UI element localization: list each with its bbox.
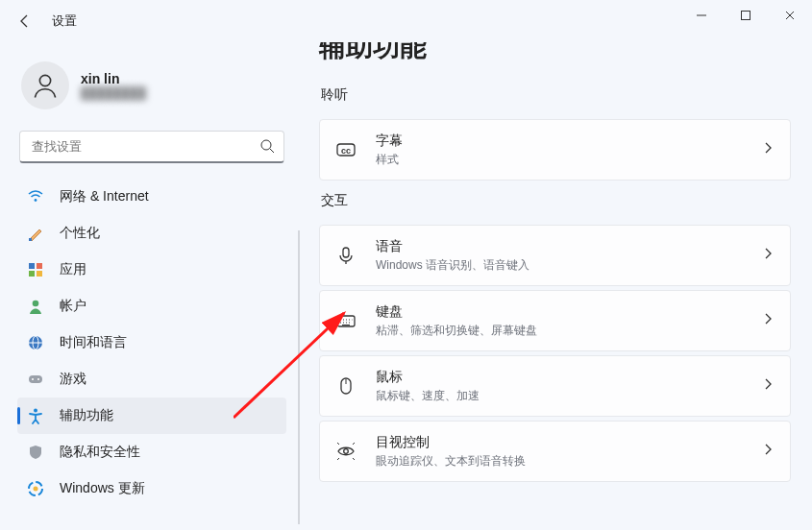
titlebar: 设置 (0, 0, 812, 42)
nav-gaming[interactable]: 游戏 (17, 361, 286, 398)
nav-label: 隐私和安全性 (60, 444, 140, 461)
svg-text:cc: cc (341, 146, 351, 156)
nav-label: 游戏 (60, 371, 86, 388)
card-eye-control[interactable]: 目视控制 眼动追踪仪、文本到语音转换 (319, 421, 791, 482)
svg-rect-8 (37, 271, 42, 277)
person-icon (27, 298, 44, 315)
window-controls (679, 0, 812, 31)
card-title: 字幕 (376, 132, 761, 150)
card-title: 键盘 (376, 303, 761, 321)
user-sub: ████████ (81, 86, 146, 100)
settings-window: 设置 xin lin ████████ (0, 0, 812, 530)
shield-icon (27, 444, 44, 461)
svg-point-3 (35, 199, 37, 202)
mouse-icon (335, 375, 357, 397)
svg-rect-5 (29, 263, 35, 269)
scroll-indicator[interactable] (298, 230, 300, 524)
svg-rect-0 (742, 12, 750, 20)
chevron-right-icon (761, 247, 775, 264)
card-title: 目视控制 (376, 434, 761, 451)
section-interaction: 交互 (321, 192, 789, 209)
svg-rect-20 (343, 248, 349, 257)
svg-point-23 (344, 449, 349, 454)
accessibility-icon (27, 407, 44, 424)
svg-rect-4 (29, 238, 32, 241)
maximize-button[interactable] (724, 0, 768, 31)
search-icon (259, 138, 275, 157)
card-sub: 鼠标键、速度、加速 (376, 388, 761, 404)
card-sub: Windows 语音识别、语音键入 (376, 257, 761, 274)
card-mouse[interactable]: 鼠标 鼠标键、速度、加速 (319, 355, 791, 417)
nav-time-language[interactable]: 时间和语言 (17, 325, 286, 361)
sidebar: xin lin ████████ 网络 & Internet (0, 42, 300, 530)
microphone-icon (335, 245, 357, 266)
chevron-right-icon (761, 141, 775, 158)
avatar (21, 61, 69, 109)
windows-update-icon (27, 480, 44, 497)
nav-label: 帐户 (60, 298, 86, 315)
captions-icon: cc (335, 139, 357, 160)
svg-point-17 (34, 487, 38, 492)
eye-control-icon (335, 441, 357, 462)
globe-icon (27, 334, 44, 351)
keyboard-icon (335, 310, 357, 331)
svg-point-13 (32, 378, 34, 380)
chevron-right-icon (761, 312, 775, 329)
svg-point-2 (261, 140, 271, 150)
page-title: 辅助功能 (319, 42, 791, 65)
svg-point-15 (34, 409, 37, 413)
nav-label: 时间和语言 (60, 334, 127, 351)
nav-update[interactable]: Windows 更新 (17, 470, 286, 507)
svg-rect-7 (29, 271, 35, 277)
back-button[interactable] (6, 2, 44, 40)
chevron-right-icon (761, 443, 775, 460)
svg-point-1 (39, 75, 50, 85)
card-sub: 眼动追踪仪、文本到语音转换 (376, 453, 761, 470)
nav-privacy[interactable]: 隐私和安全性 (17, 434, 286, 470)
gamepad-icon (27, 371, 44, 388)
wifi-icon (27, 188, 44, 205)
card-keyboard[interactable]: 键盘 粘滞、筛选和切换键、屏幕键盘 (319, 290, 791, 351)
nav-label: 个性化 (60, 225, 100, 242)
nav-label: 应用 (60, 261, 86, 278)
apps-icon (27, 261, 44, 278)
user-block[interactable]: xin lin ████████ (17, 42, 286, 131)
svg-rect-6 (37, 263, 42, 269)
nav-personalization[interactable]: 个性化 (17, 215, 286, 252)
minimize-button[interactable] (679, 0, 724, 31)
svg-rect-12 (29, 375, 42, 383)
window-title: 设置 (52, 12, 77, 30)
brush-icon (27, 225, 44, 242)
main: 辅助功能 聆听 cc 字幕 样式 交互 (300, 42, 812, 530)
nav-apps[interactable]: 应用 (17, 252, 286, 288)
nav-accounts[interactable]: 帐户 (17, 288, 286, 325)
search-box[interactable] (19, 131, 284, 163)
card-captions[interactable]: cc 字幕 样式 (319, 119, 791, 181)
card-title: 语音 (376, 238, 761, 255)
card-sub: 样式 (376, 152, 761, 168)
card-sub: 粘滞、筛选和切换键、屏幕键盘 (376, 323, 761, 339)
close-button[interactable] (768, 0, 812, 31)
svg-point-9 (33, 301, 39, 307)
layout: xin lin ████████ 网络 & Internet (0, 42, 812, 530)
nav-label: Windows 更新 (60, 480, 145, 497)
nav-network[interactable]: 网络 & Internet (17, 179, 286, 215)
nav-label: 网络 & Internet (60, 188, 149, 205)
svg-point-14 (37, 378, 39, 380)
card-speech[interactable]: 语音 Windows 语音识别、语音键入 (319, 225, 791, 286)
nav-accessibility[interactable]: 辅助功能 (17, 398, 286, 434)
card-title: 鼠标 (376, 369, 761, 386)
user-name: xin lin (81, 71, 146, 86)
nav-list: 网络 & Internet 个性化 应用 (17, 179, 286, 507)
nav-label: 辅助功能 (60, 407, 113, 424)
section-hearing: 聆听 (321, 86, 789, 104)
chevron-right-icon (761, 377, 775, 395)
search-input[interactable] (19, 131, 284, 163)
